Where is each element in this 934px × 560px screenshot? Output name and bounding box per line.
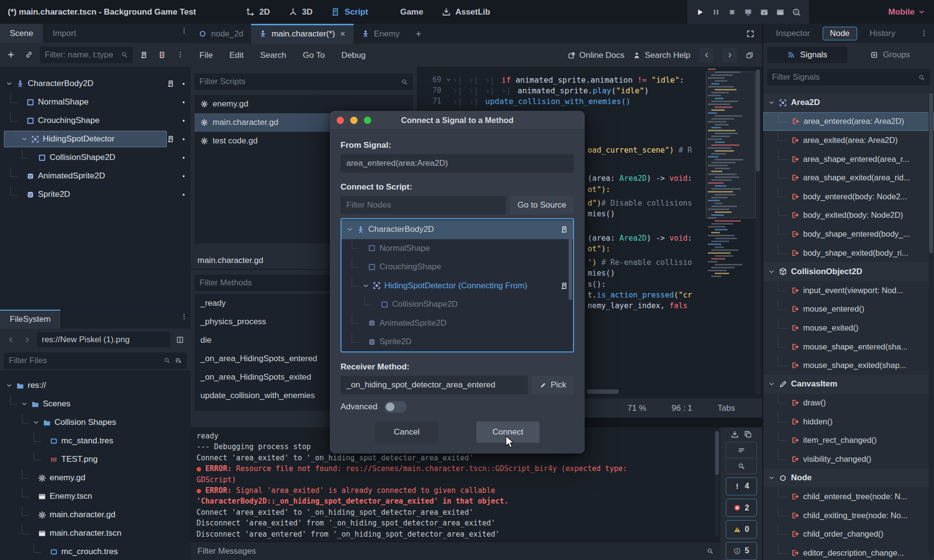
dialog-node-sprite2d[interactable]: Sprite2D xyxy=(341,332,573,351)
play-button[interactable] xyxy=(696,8,704,17)
instance-scene-button[interactable] xyxy=(22,48,36,62)
dialog-titlebar[interactable]: Connect a Signal to a Method xyxy=(330,111,585,130)
file-main-character-tscn[interactable]: main.character.tscn xyxy=(0,524,191,542)
add-node-button[interactable] xyxy=(4,48,18,62)
stop-button[interactable] xyxy=(728,8,736,17)
scene-tabs-menu-icon[interactable] xyxy=(177,24,191,37)
scene-node-sprite2d[interactable]: Sprite2D xyxy=(0,185,191,204)
menu-file[interactable]: File xyxy=(199,51,213,60)
back-icon[interactable] xyxy=(4,333,18,347)
dialog-node-normalshape[interactable]: NormalShape xyxy=(341,239,573,258)
file-enemy-gd[interactable]: enemy.gd xyxy=(0,469,191,487)
dialog-node-collisionshape2d[interactable]: CollisionShape2D xyxy=(341,295,573,314)
advanced-toggle[interactable] xyxy=(384,401,407,413)
signal-body-shape-entered-body[interactable]: body_shape_entered(body_... xyxy=(763,225,934,244)
scene-node-characterbody2d[interactable]: CharacterBody2D xyxy=(0,74,191,93)
file-scenes[interactable]: Scenes xyxy=(0,395,191,413)
dock-menu-icon[interactable] xyxy=(920,30,928,37)
file-mc-stand-tres[interactable]: mc_stand.tres xyxy=(0,432,191,450)
message-counter-0[interactable]: 4 xyxy=(726,477,757,495)
connect-button[interactable]: Connect xyxy=(476,421,539,443)
signal-child-entered-tree-node-n[interactable]: child_entered_tree(node: N... xyxy=(763,487,934,506)
collapse-duplicates-button[interactable] xyxy=(726,442,756,458)
message-counter-3[interactable]: 5 xyxy=(726,542,757,560)
indent-type[interactable]: Tabs xyxy=(718,403,735,413)
signal-mouse-shape-exited-shap[interactable]: mouse_shape_exited(shap... xyxy=(763,356,934,375)
message-counter-2[interactable]: 0 xyxy=(726,520,757,538)
signal-item-rect-changed[interactable]: item_rect_changed() xyxy=(763,431,934,450)
reel-button[interactable] xyxy=(792,8,801,17)
signal-area-shape-exited-area-rid[interactable]: area_shape_exited(area_rid... xyxy=(763,168,934,187)
filter-messages-input[interactable]: Filter Messages xyxy=(191,542,720,560)
pick-button[interactable]: Pick xyxy=(532,376,574,394)
current-path[interactable]: res://New Piskel (1).png xyxy=(37,332,170,348)
scene-node-hidingspotdetector[interactable]: HidingSpotDetector xyxy=(0,130,191,148)
close-icon[interactable] xyxy=(340,31,346,37)
signal-class-collisionobject2d[interactable]: CollisionObject2D xyxy=(763,262,934,281)
visibility-toggle[interactable] xyxy=(180,154,188,162)
scene-toolbar-menu-icon[interactable] xyxy=(173,48,187,62)
scene-node-crouchingshape[interactable]: CrouchingShape xyxy=(0,111,191,130)
clap-play-button[interactable] xyxy=(760,8,769,17)
file-test-png[interactable]: TEST.png xyxy=(0,450,191,469)
filter-scripts-input[interactable]: Filter Scripts xyxy=(195,73,413,90)
signal-mouse-shape-entered-sha[interactable]: mouse_shape_entered(sha... xyxy=(763,337,934,356)
visibility-toggle[interactable] xyxy=(180,98,188,106)
copy-output-button[interactable] xyxy=(744,430,752,438)
filesystem-menu-icon[interactable] xyxy=(177,310,191,323)
signal-class-area2d[interactable]: Area2D xyxy=(763,93,934,112)
go-to-source-button[interactable]: Go to Source xyxy=(510,196,574,214)
console-scrollbar[interactable] xyxy=(715,430,719,537)
workspace-3d[interactable]: 3D xyxy=(288,7,313,17)
signal-hidden[interactable]: hidden() xyxy=(763,412,934,431)
workspace-script[interactable]: Script xyxy=(331,7,368,17)
file-main-character-gd[interactable]: main.character.gd xyxy=(0,506,191,524)
workspace-assetlib[interactable]: AssetLib xyxy=(442,7,490,17)
visibility-toggle[interactable] xyxy=(180,172,188,180)
sort-icon[interactable] xyxy=(175,357,182,364)
new-tab-button[interactable] xyxy=(407,24,430,44)
signal-mouse-exited[interactable]: mouse_exited() xyxy=(763,318,934,337)
signal-body-entered-body-node2[interactable]: body_entered(body: Node2... xyxy=(763,187,934,206)
signal-class-canvasitem[interactable]: CanvasItem xyxy=(763,375,934,394)
signal-area-shape-entered-area-r[interactable]: area_shape_entered(area_r... xyxy=(763,150,934,169)
tab-scene[interactable]: Scene xyxy=(0,24,43,43)
visibility-toggle[interactable] xyxy=(180,191,188,199)
tab-import[interactable]: Import xyxy=(43,24,86,43)
filter-nodes-input[interactable]: Filter Nodes xyxy=(341,196,506,214)
signal-body-shape-exited-body-ri[interactable]: body_shape_exited(body_ri... xyxy=(763,244,934,262)
online-docs-button[interactable]: Online Docs xyxy=(568,51,625,60)
menu-debug[interactable]: Debug xyxy=(341,51,366,60)
clap-button[interactable] xyxy=(776,8,785,17)
signal-child-exiting-tree-node-no[interactable]: child_exiting_tree(node: No... xyxy=(763,506,934,525)
filter-signals-input[interactable]: Filter Signals xyxy=(767,69,930,86)
tab-filesystem[interactable]: FileSystem xyxy=(0,310,60,329)
monitor-button[interactable] xyxy=(744,8,753,17)
dialog-node-animatedsprite2d[interactable]: AnimatedSprite2D xyxy=(341,314,573,333)
editor-tab-node-2d[interactable]: node_2d xyxy=(191,24,251,44)
cancel-button[interactable]: Cancel xyxy=(375,421,438,443)
attach-script-button[interactable] xyxy=(137,48,151,62)
history-back-button[interactable] xyxy=(699,48,714,63)
dialog-node-crouchingshape[interactable]: CrouchingShape xyxy=(341,258,573,277)
signal-child-order-changed[interactable]: child_order_changed() xyxy=(763,525,934,544)
menu-search[interactable]: Search xyxy=(260,51,287,60)
search-help-button[interactable]: Search Help xyxy=(633,51,690,60)
history-forward-button[interactable] xyxy=(722,48,737,63)
dialog-tree-scrollbar[interactable] xyxy=(569,222,572,300)
dialog-node-characterbody2d[interactable]: CharacterBody2D xyxy=(341,220,573,239)
minimize-window-icon[interactable] xyxy=(350,117,358,124)
file-collision-shapes[interactable]: Collision Shapes xyxy=(0,413,191,432)
profile-selector[interactable]: Mobile xyxy=(888,0,925,24)
file-res[interactable]: res:// xyxy=(0,376,191,395)
receiver-method-input[interactable]: _on_hiding_spot_detector_area_entered xyxy=(341,376,528,394)
signal-area-entered-area-area2d[interactable]: area_entered(area: Area2D) xyxy=(763,112,934,131)
search-output-button[interactable] xyxy=(726,458,756,474)
menu-edit[interactable]: Edit xyxy=(229,51,243,60)
code-hscrollbar[interactable] xyxy=(587,389,619,394)
signal-draw[interactable]: draw() xyxy=(763,394,934,413)
editor-tab-enemy[interactable]: Enemy xyxy=(354,24,408,44)
visibility-toggle[interactable] xyxy=(180,135,188,143)
dock-tab-inspector[interactable]: Inspector xyxy=(776,29,810,38)
signal-editor-description-change[interactable]: editor_description_change... xyxy=(763,543,934,560)
